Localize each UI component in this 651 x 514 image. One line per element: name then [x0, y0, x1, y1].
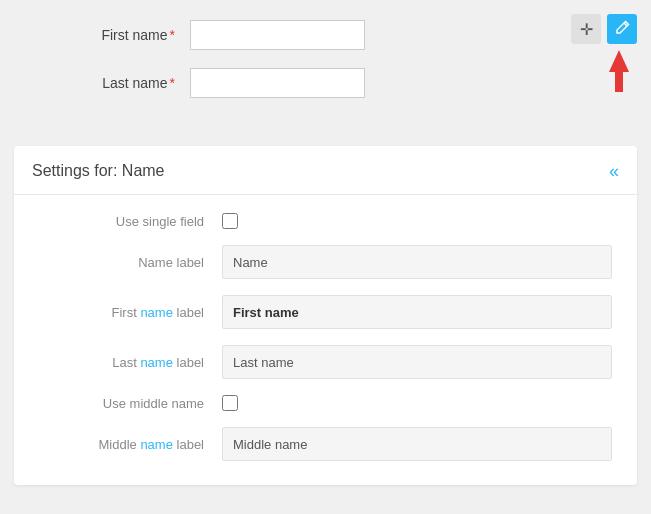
settings-panel: Settings for: Name « Use single field Na… — [14, 146, 637, 485]
name-label-label: Name label — [32, 255, 222, 270]
first-name-input[interactable] — [190, 20, 365, 50]
last-name-label-setting-label: Last name label — [32, 355, 222, 370]
required-star-2: * — [170, 75, 175, 91]
first-name-label-input[interactable] — [222, 295, 612, 329]
first-name-label: First name* — [30, 27, 190, 43]
use-single-field-label: Use single field — [32, 214, 222, 229]
name-label-input[interactable] — [222, 245, 612, 279]
move-button[interactable]: ✛ — [571, 14, 601, 44]
last-name-label-input[interactable] — [222, 345, 612, 379]
last-name-input[interactable] — [190, 68, 365, 98]
middle-name-label-setting-label: Middle name label — [32, 437, 222, 452]
edit-icon — [615, 20, 630, 39]
middle-name-label-input[interactable] — [222, 427, 612, 461]
middle-name-label-row: Middle name label — [14, 419, 637, 469]
last-name-label-row: Last name label — [14, 337, 637, 387]
use-single-field-row: Use single field — [14, 205, 637, 237]
first-name-label-row: First name label — [14, 287, 637, 337]
arrow-head — [609, 50, 629, 72]
use-middle-name-checkbox[interactable] — [222, 395, 238, 411]
first-name-row: First name* — [30, 20, 621, 50]
last-name-label: Last name* — [30, 75, 190, 91]
use-single-field-checkbox[interactable] — [222, 213, 238, 229]
settings-title: Settings for: Name — [32, 162, 165, 180]
arrow-indicator — [609, 50, 629, 92]
name-label-row: Name label — [14, 237, 637, 287]
required-star: * — [170, 27, 175, 43]
collapse-icon[interactable]: « — [609, 162, 619, 180]
top-form-area: First name* Last name* ✛ — [0, 0, 651, 136]
use-middle-name-row: Use middle name — [14, 387, 637, 419]
move-icon: ✛ — [580, 20, 593, 39]
top-icons: ✛ — [571, 14, 637, 44]
last-name-row: Last name* — [30, 68, 621, 98]
arrow-shaft — [615, 72, 623, 92]
use-middle-name-label: Use middle name — [32, 396, 222, 411]
edit-button[interactable] — [607, 14, 637, 44]
red-up-arrow — [609, 50, 629, 92]
first-name-label-setting-label: First name label — [32, 305, 222, 320]
settings-header: Settings for: Name « — [14, 162, 637, 195]
